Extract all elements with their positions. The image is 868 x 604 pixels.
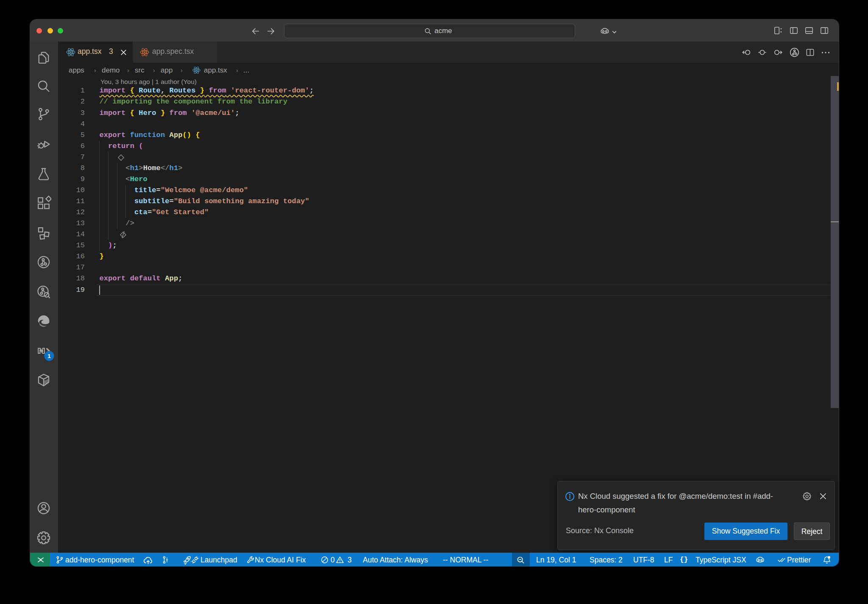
svg-text:1: 1 (47, 353, 51, 359)
